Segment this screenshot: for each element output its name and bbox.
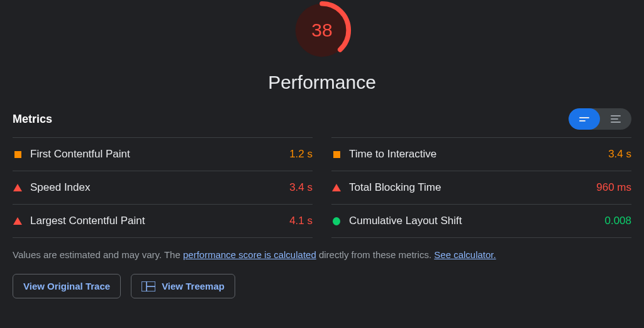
- link-score-calculated[interactable]: performance score is calculated: [183, 249, 316, 260]
- link-see-calculator[interactable]: See calculator.: [434, 249, 496, 260]
- condensed-icon: [579, 117, 589, 122]
- metric-row: Time to Interactive3.4 s: [331, 137, 631, 171]
- status-average-icon: [14, 150, 21, 158]
- metric-name: First Contentful Paint: [30, 148, 280, 161]
- toggle-condensed[interactable]: [569, 108, 600, 130]
- status-poor-icon: [333, 184, 340, 191]
- metric-row: Largest Contentful Paint4.1 s: [13, 204, 313, 238]
- performance-title: Performance: [268, 72, 376, 93]
- metric-row: Cumulative Layout Shift0.008: [331, 204, 631, 238]
- view-treemap-button[interactable]: View Treemap: [131, 274, 235, 298]
- metric-name: Cumulative Layout Shift: [349, 215, 596, 227]
- metrics-view-toggle[interactable]: [569, 108, 631, 130]
- metric-value: 1.2 s: [289, 148, 313, 161]
- performance-score: 38: [292, 0, 352, 60]
- metric-value: 4.1 s: [289, 215, 313, 227]
- note-prefix: Values are estimated and may vary. The: [13, 249, 183, 260]
- metric-name: Speed Index: [30, 181, 280, 194]
- metric-name: Time to Interactive: [349, 148, 599, 161]
- actions-row: View Original Trace View Treemap: [13, 274, 631, 298]
- view-original-trace-button[interactable]: View Original Trace: [13, 274, 121, 298]
- status-average-icon: [333, 150, 340, 158]
- metric-value: 3.4 s: [289, 181, 313, 194]
- status-poor-icon: [14, 184, 21, 191]
- performance-gauge-section: 38 Performance: [13, 0, 631, 93]
- metric-name: Largest Contentful Paint: [30, 215, 280, 227]
- metrics-note: Values are estimated and may vary. The p…: [13, 249, 631, 260]
- metric-name: Total Blocking Time: [349, 181, 587, 194]
- metric-value: 3.4 s: [608, 148, 631, 161]
- view-treemap-label: View Treemap: [162, 281, 225, 291]
- metric-row: Total Blocking Time960 ms: [331, 171, 631, 204]
- metric-row: First Contentful Paint1.2 s: [13, 137, 313, 171]
- metric-row: Speed Index3.4 s: [13, 171, 313, 204]
- toggle-expanded[interactable]: [600, 108, 631, 130]
- note-mid: directly from these metrics.: [316, 249, 435, 260]
- performance-gauge: 38: [292, 0, 352, 60]
- metrics-grid: First Contentful Paint1.2 sSpeed Index3.…: [13, 137, 631, 238]
- metric-value: 0.008: [604, 215, 631, 227]
- metrics-heading: Metrics: [13, 113, 52, 126]
- metric-value: 960 ms: [596, 181, 631, 194]
- expanded-icon: [611, 115, 621, 123]
- treemap-icon: [142, 281, 155, 291]
- view-trace-label: View Original Trace: [23, 281, 110, 291]
- status-poor-icon: [14, 217, 21, 225]
- status-good-icon: [333, 217, 340, 225]
